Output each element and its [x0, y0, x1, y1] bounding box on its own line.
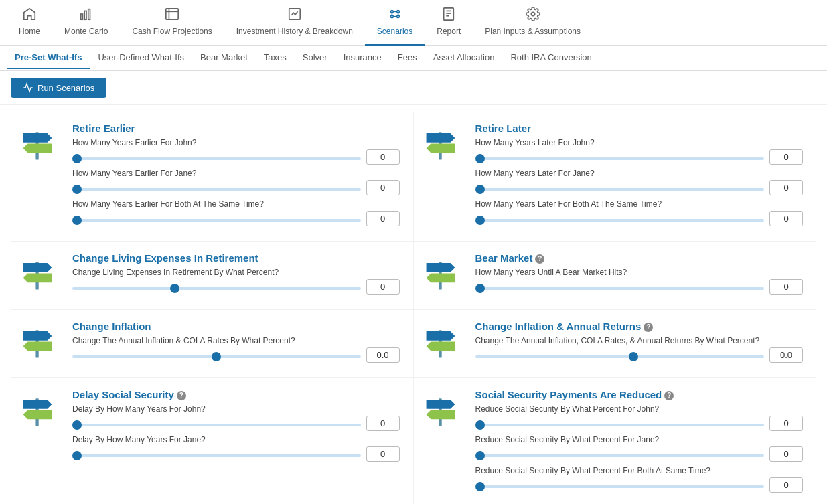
run-scenarios-button[interactable]: Run Scenarios [11, 78, 106, 98]
svg-rect-0 [80, 14, 82, 19]
value-input-delay-social-security-0[interactable] [366, 416, 400, 431]
subnav-roth-ira[interactable]: Roth IRA Conversion [502, 47, 599, 69]
slider-container-change-inflation-annual-0 [475, 350, 765, 360]
scenario-row-social-security-reduced-1: Reduce Social Security By What Percent F… [475, 435, 804, 462]
slider-retire-later-2[interactable] [475, 219, 765, 222]
value-input-change-inflation-0[interactable] [366, 347, 400, 363]
nav-scenarios[interactable]: Scenarios [365, 0, 425, 46]
slider-retire-earlier-1[interactable] [72, 188, 361, 191]
scenario-card-retire-later: Retire LaterHow Many Years Later For Joh… [414, 112, 817, 242]
slider-delay-social-security-1[interactable] [72, 454, 361, 457]
value-input-social-security-reduced-2[interactable] [769, 477, 803, 493]
run-scenarios-label: Run Scenarios [37, 83, 94, 93]
slider-change-living-expenses-0[interactable] [72, 287, 361, 290]
slider-input-row-change-living-expenses-0 [72, 279, 400, 295]
run-icon [23, 82, 33, 93]
slider-container-bear-market-0 [475, 282, 765, 292]
value-input-social-security-reduced-1[interactable] [769, 446, 803, 462]
subnav-solver[interactable]: Solver [295, 47, 335, 69]
slider-input-row-social-security-reduced-0 [475, 416, 804, 431]
subnav-insurance[interactable]: Insurance [335, 47, 390, 69]
scenario-row-label-social-security-reduced-0: Reduce Social Security By What Percent F… [475, 404, 804, 414]
scenario-row-retire-earlier-0: How Many Years Earlier For John? [72, 138, 400, 165]
help-icon-change-inflation-annual[interactable]: ? [644, 323, 653, 332]
slider-input-row-retire-earlier-0 [72, 149, 400, 165]
scenario-row-label-social-security-reduced-1: Reduce Social Security By What Percent F… [475, 435, 804, 444]
slider-retire-earlier-2[interactable] [72, 219, 361, 222]
scenario-card-change-living-expenses: Change Living Expenses In RetirementChan… [11, 242, 414, 310]
svg-rect-1 [84, 11, 86, 19]
slider-social-security-reduced-2[interactable] [475, 485, 765, 488]
sub-navigation: Pre-Set What-Ifs User-Defined What-Ifs B… [0, 46, 827, 71]
slider-input-row-social-security-reduced-1 [475, 446, 804, 462]
scenario-title-delay-social-security: Delay Social Security? [72, 389, 400, 400]
value-input-bear-market-0[interactable] [769, 279, 803, 295]
slider-social-security-reduced-0[interactable] [475, 424, 765, 426]
subnav-user-defined[interactable]: User-Defined What-Ifs [90, 47, 192, 69]
slider-input-row-retire-later-1 [475, 180, 804, 195]
scenario-icon-retire-earlier [17, 125, 64, 164]
slider-retire-later-1[interactable] [475, 188, 765, 191]
subnav-bear-market[interactable]: Bear Market [192, 47, 256, 69]
scenario-card-change-inflation-annual: Change Inflation & Annual Returns?Change… [414, 310, 817, 378]
nav-investment-history[interactable]: Investment History & Breakdown [224, 0, 365, 46]
slider-retire-earlier-0[interactable] [72, 157, 361, 160]
svg-point-20 [531, 12, 535, 16]
value-input-retire-earlier-1[interactable] [366, 180, 400, 195]
scenario-icon-social-security-reduced [421, 392, 467, 430]
svg-rect-2 [88, 9, 90, 20]
slider-delay-social-security-0[interactable] [72, 424, 361, 426]
slider-bear-market-0[interactable] [475, 287, 765, 290]
value-input-change-living-expenses-0[interactable] [366, 279, 400, 295]
nav-monte-carlo[interactable]: Monte Carlo [52, 0, 120, 46]
scenario-title-change-inflation-annual: Change Inflation & Annual Returns? [475, 321, 804, 332]
home-icon [22, 7, 37, 25]
slider-input-row-retire-later-2 [475, 211, 804, 226]
slider-input-row-delay-social-security-1 [72, 446, 400, 462]
svg-rect-16 [444, 8, 454, 20]
slider-change-inflation-annual-0[interactable] [475, 355, 765, 358]
value-input-retire-later-2[interactable] [769, 211, 803, 226]
slider-container-retire-later-0 [475, 152, 765, 162]
slider-change-inflation-0[interactable] [72, 355, 361, 358]
scenario-content-retire-later: Retire LaterHow Many Years Later For Joh… [475, 122, 804, 230]
value-input-social-security-reduced-0[interactable] [769, 416, 803, 431]
subnav-asset-allocation[interactable]: Asset Allocation [425, 47, 503, 69]
help-icon-delay-social-security[interactable]: ? [177, 391, 186, 400]
cash-flow-icon [165, 7, 179, 25]
report-icon [441, 7, 456, 25]
scenario-row-retire-later-1: How Many Years Later For Jane? [475, 169, 804, 195]
svg-point-8 [390, 11, 393, 13]
scenario-row-label-bear-market-0: How Many Years Until A Bear Market Hits? [475, 268, 804, 277]
nav-cash-flow[interactable]: Cash Flow Projections [120, 0, 224, 46]
help-icon-bear-market[interactable]: ? [535, 254, 544, 264]
value-input-retire-later-1[interactable] [769, 180, 803, 195]
slider-retire-later-0[interactable] [475, 157, 765, 160]
value-input-retire-later-0[interactable] [769, 149, 803, 165]
value-input-retire-earlier-0[interactable] [366, 149, 400, 165]
nav-plan-inputs[interactable]: Plan Inputs & Assumptions [473, 0, 593, 46]
scenario-row-retire-earlier-1: How Many Years Earlier For Jane? [72, 169, 400, 195]
nav-home-label: Home [19, 27, 40, 36]
scenario-row-change-living-expenses-0: Change Living Expenses In Retirement By … [72, 268, 400, 295]
nav-monte-carlo-label: Monte Carlo [64, 27, 108, 36]
nav-home[interactable]: Home [7, 0, 52, 46]
scenario-row-change-inflation-0: Change The Annual Inflation & COLA Rates… [72, 336, 400, 363]
value-input-retire-earlier-2[interactable] [366, 211, 400, 226]
subnav-taxes[interactable]: Taxes [256, 47, 295, 69]
slider-container-social-security-reduced-0 [475, 418, 765, 428]
scenario-row-retire-later-2: How Many Years Later For Both At The Sam… [475, 199, 804, 226]
value-input-change-inflation-annual-0[interactable] [769, 347, 803, 363]
scenario-icon-delay-social-security [17, 392, 64, 430]
svg-point-10 [390, 15, 393, 18]
nav-report[interactable]: Report [425, 0, 473, 46]
help-icon-social-security-reduced[interactable]: ? [664, 391, 674, 400]
top-navigation: Home Monte Carlo Cash Flow Projections I… [0, 0, 827, 46]
slider-social-security-reduced-1[interactable] [475, 454, 765, 457]
subnav-fees[interactable]: Fees [390, 47, 425, 69]
subnav-pre-set[interactable]: Pre-Set What-Ifs [7, 47, 90, 69]
scenario-row-social-security-reduced-2: Reduce Social Security By What Percent F… [475, 466, 804, 493]
scenarios-icon [388, 7, 402, 25]
scenario-content-retire-earlier: Retire EarlierHow Many Years Earlier For… [72, 122, 400, 230]
value-input-delay-social-security-1[interactable] [366, 446, 400, 462]
